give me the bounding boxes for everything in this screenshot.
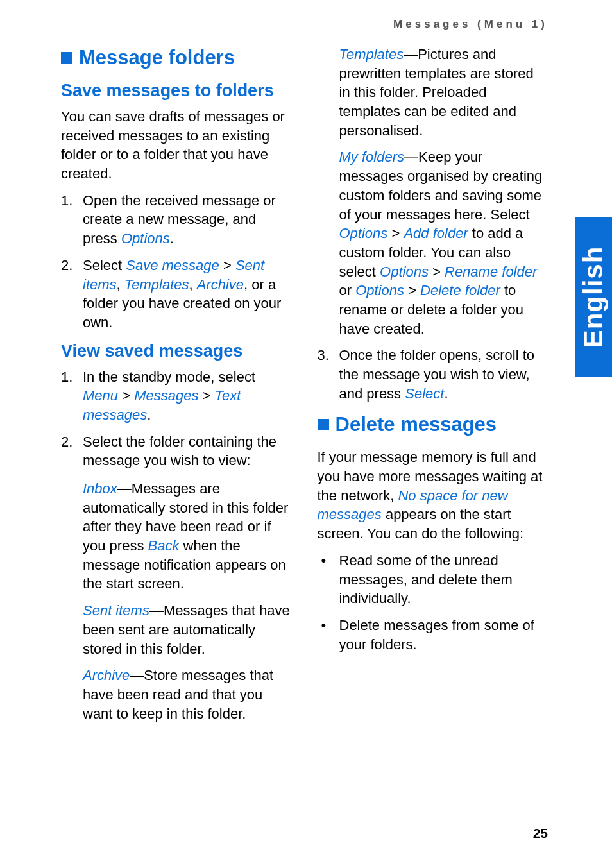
- language-tab: English: [575, 217, 612, 377]
- text: ,: [189, 277, 196, 293]
- messages-link: Messages: [134, 387, 198, 404]
- view-steps-list-continued: Once the folder opens, scroll to the mes…: [318, 346, 548, 403]
- save-steps-list: Open the received message or create a ne…: [61, 191, 292, 332]
- options-link: Options: [355, 282, 404, 298]
- archive-description: Archive—Store messages that have been re…: [61, 666, 292, 723]
- templates-description: Templates—Pictures and prewritten templa…: [318, 45, 548, 140]
- square-bullet-icon: [318, 419, 329, 430]
- select-link: Select: [405, 386, 444, 402]
- page-number: 25: [533, 826, 548, 841]
- view-step-2: Select the folder containing the message…: [61, 432, 292, 470]
- options-link: Options: [121, 230, 170, 246]
- save-intro: You can save drafts of messages or recei…: [61, 107, 292, 183]
- text: >: [429, 264, 445, 280]
- save-message-link: Save message: [126, 257, 219, 273]
- inbox-link: Inbox: [83, 481, 117, 497]
- options-link: Options: [339, 225, 388, 241]
- text: >: [198, 387, 214, 404]
- page-header: Messages (Menu 1): [393, 18, 548, 31]
- text: .: [170, 230, 174, 246]
- add-folder-link: Add folder: [404, 225, 468, 241]
- sent-items-description: Sent items—Messages that have been sent …: [61, 601, 292, 658]
- heading-view-saved: View saved messages: [61, 341, 292, 361]
- back-link: Back: [148, 538, 180, 554]
- text: In the standby mode, select: [83, 369, 255, 385]
- text: >: [387, 225, 404, 241]
- view-step-1: In the standby mode, select Menu > Messa…: [61, 368, 292, 425]
- heading-delete-messages: Delete messages: [318, 413, 548, 436]
- delete-folder-link: Delete folder: [420, 282, 500, 298]
- text: Open the received message or create a ne…: [83, 192, 276, 246]
- text: Select the folder containing the message…: [83, 434, 276, 469]
- language-tab-label: English: [578, 246, 609, 348]
- delete-intro: If your message memory is full and you h…: [318, 448, 548, 543]
- heading-save-messages: Save messages to folders: [61, 81, 292, 101]
- inbox-description: Inbox—Messages are automatically stored …: [61, 479, 292, 593]
- save-step-2: Select Save message > Sent items, Templa…: [61, 256, 292, 332]
- rename-folder-link: Rename folder: [445, 264, 537, 280]
- options-link: Options: [380, 264, 429, 280]
- view-steps-list: In the standby mode, select Menu > Messa…: [61, 368, 292, 470]
- text: or: [339, 282, 356, 298]
- delete-option-2: Delete messages from some of your folder…: [318, 616, 548, 654]
- text: Select: [83, 257, 126, 273]
- text: .: [147, 407, 151, 423]
- menu-link: Menu: [83, 387, 118, 404]
- heading-message-folders: Message folders: [61, 46, 292, 69]
- text: >: [118, 387, 134, 404]
- text: >: [219, 257, 235, 273]
- archive-link: Archive: [83, 667, 130, 683]
- heading-message-folders-text: Message folders: [79, 46, 235, 69]
- save-step-1: Open the received message or create a ne…: [61, 191, 292, 248]
- archive-link: Archive: [197, 277, 244, 293]
- my-folders-link: My folders: [339, 149, 404, 165]
- templates-link: Templates: [339, 46, 404, 62]
- delete-option-1: Read some of the unread messages, and de…: [318, 551, 548, 608]
- page-content: Message folders Save messages to folders…: [61, 45, 548, 725]
- delete-options-list: Read some of the unread messages, and de…: [318, 551, 548, 654]
- text: ,: [117, 277, 124, 293]
- view-step-3: Once the folder opens, scroll to the mes…: [318, 346, 548, 403]
- sent-items-link: Sent items: [83, 602, 149, 618]
- heading-delete-messages-text: Delete messages: [336, 413, 497, 436]
- square-bullet-icon: [61, 52, 72, 64]
- my-folders-description: My folders—Keep your messages organised …: [318, 148, 548, 338]
- templates-link: Templates: [124, 277, 189, 293]
- text: .: [444, 386, 448, 402]
- text: >: [404, 282, 420, 298]
